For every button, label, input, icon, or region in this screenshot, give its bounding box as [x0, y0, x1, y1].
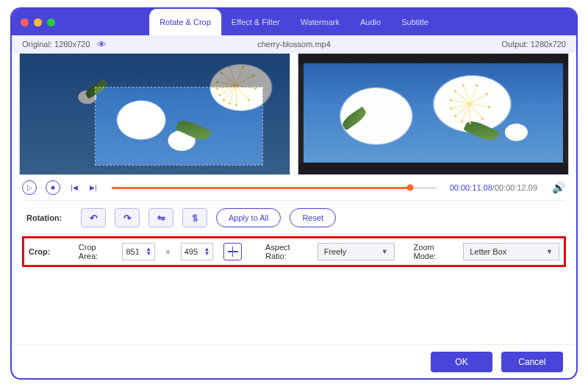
tab-watermark[interactable]: Watermark: [290, 9, 350, 35]
center-crop-button[interactable]: [223, 243, 242, 260]
rotation-row: Rotation: ↶ ↷ ⇋ ⥮ Apply to All Reset: [12, 201, 576, 235]
info-right: Output: 1280x720: [502, 40, 566, 49]
crop-rectangle[interactable]: [96, 88, 263, 165]
rotate-right-icon: ↷: [123, 213, 132, 224]
stepper-arrows[interactable]: ▲▼: [204, 247, 209, 256]
rotation-label: Rotation:: [26, 213, 72, 222]
zoom-mode-label: Zoom Mode:: [414, 243, 453, 260]
original-resolution: Original: 1280x720: [22, 40, 90, 49]
minimize-dot[interactable]: [34, 18, 42, 26]
apply-to-all-label: Apply to All: [229, 213, 268, 222]
output-resolution: Output: 1280x720: [502, 40, 566, 49]
rotate-left-button[interactable]: ↶: [81, 208, 106, 227]
prev-frame-button[interactable]: |◀: [69, 180, 79, 195]
aspect-ratio-value: Freely: [324, 247, 347, 256]
timeline-knob[interactable]: [407, 185, 414, 191]
close-dot[interactable]: [21, 18, 29, 26]
crop-height-stepper[interactable]: 495 ▲▼: [181, 243, 214, 260]
chevron-down-icon: ▼: [381, 248, 388, 255]
top-tabs: Rotate & Crop Effect & Filter Watermark …: [149, 9, 439, 35]
letterbox-bar: [298, 163, 568, 174]
titlebar: Rotate & Crop Effect & Filter Watermark …: [12, 9, 576, 35]
crop-area-label: Crop Area:: [79, 243, 112, 260]
flip-vertical-icon: ⥮: [191, 213, 199, 224]
zoom-dot[interactable]: [47, 18, 55, 26]
info-left: Original: 1280x720 👁: [22, 39, 107, 50]
stop-button[interactable]: ■: [46, 180, 60, 195]
rotate-right-button[interactable]: ↷: [115, 208, 140, 227]
traffic-lights: [21, 18, 55, 26]
tab-effect-filter[interactable]: Effect & Filter: [221, 9, 290, 35]
time-readout: 00:00:11.08/00:00:12.09: [450, 183, 537, 192]
zoom-mode-value: Letter Box: [470, 247, 506, 256]
volume-icon[interactable]: 🔊: [552, 181, 566, 194]
crop-width-value: 851: [126, 247, 139, 256]
cancel-button[interactable]: Cancel: [501, 352, 563, 372]
stepper-arrows[interactable]: ▲▼: [146, 247, 151, 256]
crop-label: Crop:: [29, 247, 68, 256]
aspect-ratio-select[interactable]: Freely ▼: [318, 243, 395, 260]
chevron-down-icon: ▼: [546, 248, 553, 255]
eye-icon[interactable]: 👁: [97, 39, 107, 50]
play-button[interactable]: ▷: [22, 180, 37, 195]
crop-height-value: 495: [184, 247, 198, 256]
tab-label: Watermark: [301, 18, 340, 26]
tab-rotate-crop[interactable]: Rotate & Crop: [149, 9, 221, 35]
info-strip: Original: 1280x720 👁 cherry-blossom.mp4 …: [12, 35, 576, 53]
total-time: /00:00:12.09: [492, 183, 537, 192]
zoom-mode-select[interactable]: Letter Box ▼: [463, 243, 559, 260]
original-preview[interactable]: [19, 53, 290, 175]
tab-subtitle[interactable]: Subtitle: [391, 9, 439, 35]
flip-horizontal-button[interactable]: ⇋: [148, 208, 173, 227]
multiply-label: ×: [165, 247, 170, 256]
aspect-ratio-label: Aspect Ratio:: [265, 243, 307, 260]
reset-button[interactable]: Reset: [290, 208, 336, 227]
playback-bar: ▷ ■ |◀ ▶| 00:00:11.08/00:00:12.09 🔊: [12, 175, 576, 200]
output-preview: [298, 53, 569, 175]
next-frame-button[interactable]: ▶|: [88, 180, 98, 195]
footer: OK Cancel: [12, 344, 576, 378]
ok-button[interactable]: OK: [431, 352, 492, 372]
rotate-left-icon: ↶: [90, 213, 98, 224]
timeline-slider[interactable]: [112, 187, 437, 189]
timeline-fill: [112, 187, 410, 189]
current-time: 00:00:11.08: [450, 183, 492, 192]
chevron-down-icon[interactable]: ▼: [204, 252, 209, 256]
flower-stamen: [236, 85, 237, 87]
crop-row: Crop: Crop Area: 851 ▲▼ × 495 ▲▼ Aspect …: [22, 236, 566, 267]
ok-label: OK: [455, 357, 467, 367]
crop-width-stepper[interactable]: 851 ▲▼: [122, 243, 155, 260]
tab-label: Subtitle: [401, 18, 429, 26]
chevron-down-icon[interactable]: ▼: [146, 252, 151, 256]
cancel-label: Cancel: [518, 357, 545, 367]
tab-label: Rotate & Crop: [159, 18, 211, 26]
tab-label: Effect & Filter: [232, 18, 280, 26]
flip-horizontal-icon: ⇋: [157, 213, 165, 224]
editor-window: Rotate & Crop Effect & Filter Watermark …: [10, 7, 578, 380]
flip-vertical-button[interactable]: ⥮: [182, 208, 207, 227]
apply-to-all-button[interactable]: Apply to All: [216, 208, 281, 227]
preview-area: [12, 53, 576, 175]
tab-label: Audio: [360, 18, 381, 26]
filename-label: cherry-blossom.mp4: [257, 40, 331, 49]
reset-label: Reset: [302, 213, 323, 222]
tab-audio[interactable]: Audio: [350, 9, 391, 35]
